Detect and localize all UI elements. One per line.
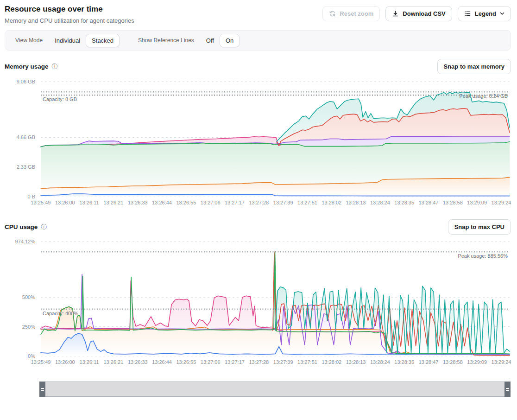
svg-text:13:28:02: 13:28:02	[322, 359, 341, 365]
memory-title-text: Memory usage	[5, 63, 49, 70]
svg-text:4.66 GB: 4.66 GB	[17, 134, 35, 140]
legend-label: Legend	[475, 10, 496, 17]
svg-text:13:27:28: 13:27:28	[249, 359, 269, 365]
download-csv-button[interactable]: Download CSV	[385, 6, 452, 21]
cpu-chart[interactable]: 974.12%500%250%0%Peak usage: 885.56%Capa…	[0, 235, 517, 368]
header-actions: Reset zoom Download CSV Legend	[322, 6, 511, 21]
svg-text:13:26:44: 13:26:44	[152, 359, 172, 365]
svg-text:13:26:44: 13:26:44	[152, 200, 172, 205]
svg-text:13:27:17: 13:27:17	[225, 359, 245, 365]
info-icon[interactable]: ⓘ	[52, 63, 58, 71]
svg-text:13:28:47: 13:28:47	[419, 359, 439, 365]
download-icon	[392, 10, 399, 17]
svg-text:13:27:28: 13:27:28	[249, 200, 269, 205]
memory-section-header: Memory usage ⓘ Snap to max memory	[5, 59, 511, 74]
svg-text:13:27:17: 13:27:17	[225, 200, 245, 205]
time-range-brush[interactable]	[39, 382, 511, 397]
svg-text:0 B: 0 B	[27, 194, 35, 199]
svg-text:13:28:13: 13:28:13	[346, 359, 366, 365]
reference-lines-label: Show Reference Lines	[138, 37, 194, 44]
svg-text:13:28:47: 13:28:47	[419, 200, 439, 205]
svg-text:13:25:49: 13:25:49	[31, 359, 51, 365]
svg-text:13:28:35: 13:28:35	[394, 359, 414, 365]
chart-options-toolbar: View Mode Individual Stacked Show Refere…	[5, 30, 511, 51]
brush-handle-left[interactable]	[39, 382, 45, 397]
svg-text:500%: 500%	[22, 294, 35, 300]
svg-text:13:27:06: 13:27:06	[201, 200, 221, 205]
svg-text:13:26:55: 13:26:55	[176, 200, 196, 205]
svg-text:Peak usage: 8.24 GB: Peak usage: 8.24 GB	[459, 93, 508, 99]
brush-handle-right[interactable]	[504, 382, 511, 397]
view-mode-label: View Mode	[15, 37, 43, 44]
view-mode-individual-option[interactable]: Individual	[49, 34, 86, 47]
snap-to-max-cpu-button[interactable]: Snap to max CPU	[448, 219, 511, 235]
svg-text:13:28:58: 13:28:58	[443, 200, 463, 205]
reference-lines-off-option[interactable]: Off	[201, 34, 220, 47]
svg-text:0%: 0%	[28, 353, 35, 359]
svg-text:9.06 GB: 9.06 GB	[17, 79, 35, 84]
svg-text:13:27:39: 13:27:39	[273, 200, 293, 205]
svg-text:13:28:13: 13:28:13	[346, 200, 366, 205]
svg-text:Peak usage: 885.56%: Peak usage: 885.56%	[458, 253, 508, 259]
svg-text:13:29:09: 13:29:09	[467, 200, 487, 205]
memory-chart[interactable]: 9.06 GB4.66 GB2.33 GB0 BCapacity: 8 GBPe…	[0, 75, 517, 207]
svg-text:13:26:11: 13:26:11	[80, 359, 99, 365]
download-csv-label: Download CSV	[403, 10, 445, 17]
svg-text:13:27:06: 13:27:06	[201, 359, 221, 365]
legend-button[interactable]: Legend	[458, 6, 511, 21]
svg-text:13:25:49: 13:25:49	[31, 200, 51, 205]
svg-text:13:26:33: 13:26:33	[128, 359, 148, 365]
svg-text:13:29:24: 13:29:24	[492, 359, 511, 365]
svg-text:13:28:24: 13:28:24	[370, 200, 390, 205]
list-icon	[464, 10, 471, 17]
page-subtitle: Memory and CPU utilization for agent cat…	[5, 17, 134, 24]
page-title: Resource usage over time	[5, 5, 134, 14]
reset-zoom-label: Reset zoom	[340, 10, 373, 17]
title-block: Resource usage over time Memory and CPU …	[5, 5, 134, 24]
svg-text:13:26:11: 13:26:11	[80, 200, 99, 205]
svg-text:13:26:33: 13:26:33	[128, 200, 148, 205]
svg-text:13:26:00: 13:26:00	[55, 359, 75, 365]
cpu-section-title: CPU usage ⓘ	[5, 223, 47, 231]
svg-text:13:28:58: 13:28:58	[443, 359, 463, 365]
svg-text:974.12%: 974.12%	[15, 239, 36, 244]
cpu-title-text: CPU usage	[5, 223, 38, 230]
svg-text:250%: 250%	[22, 324, 35, 330]
memory-section-title: Memory usage ⓘ	[5, 63, 58, 71]
svg-text:2.33 GB: 2.33 GB	[17, 164, 35, 170]
svg-text:13:28:24: 13:28:24	[370, 359, 390, 365]
svg-text:13:29:09: 13:29:09	[467, 359, 487, 365]
reset-zoom-button[interactable]: Reset zoom	[322, 6, 380, 21]
page-header: Resource usage over time Memory and CPU …	[0, 0, 517, 24]
info-icon[interactable]: ⓘ	[41, 223, 47, 231]
chevron-down-icon	[500, 12, 504, 15]
svg-text:13:28:02: 13:28:02	[322, 200, 341, 205]
svg-text:13:27:51: 13:27:51	[297, 200, 317, 205]
snap-to-max-memory-button[interactable]: Snap to max memory	[437, 59, 511, 74]
view-mode-stacked-option[interactable]: Stacked	[86, 34, 120, 47]
svg-text:Capacity: 8 GB: Capacity: 8 GB	[43, 96, 77, 102]
svg-text:13:26:55: 13:26:55	[176, 359, 196, 365]
refresh-icon	[329, 10, 336, 17]
svg-text:Capacity: 400%: Capacity: 400%	[43, 311, 78, 316]
svg-text:13:29:24: 13:29:24	[492, 200, 511, 205]
svg-text:13:26:00: 13:26:00	[55, 200, 75, 205]
svg-text:13:28:35: 13:28:35	[394, 200, 414, 205]
svg-text:13:26:21: 13:26:21	[103, 200, 123, 205]
cpu-section-header: CPU usage ⓘ Snap to max CPU	[5, 219, 511, 235]
svg-text:13:27:51: 13:27:51	[297, 359, 317, 365]
svg-text:13:27:39: 13:27:39	[273, 359, 293, 365]
reference-lines-on-option[interactable]: On	[220, 34, 240, 47]
svg-text:13:26:21: 13:26:21	[103, 359, 123, 365]
